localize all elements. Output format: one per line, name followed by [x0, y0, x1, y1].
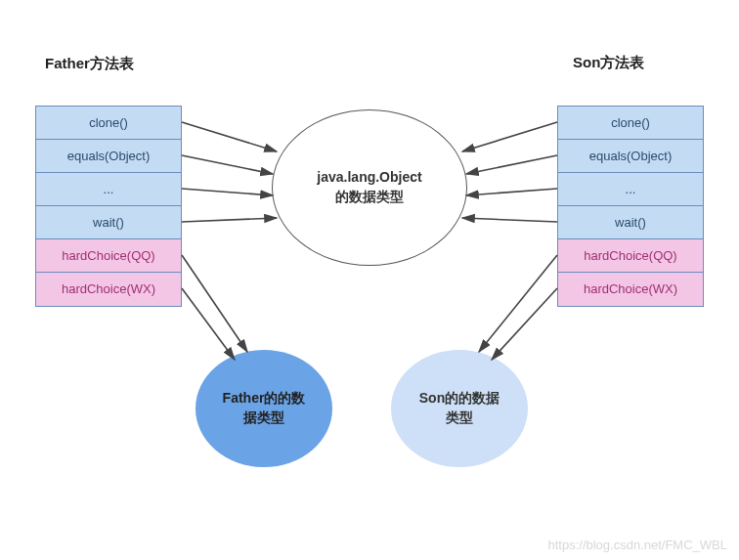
- son-type-ellipse: Son的的数据类型: [391, 350, 528, 467]
- watermark: https://blog.csdn.net/FMC_WBL: [547, 538, 727, 552]
- svg-line-7: [462, 218, 557, 222]
- son-row-3: wait(): [558, 206, 703, 239]
- object-type-label: java.lang.Object的数据类型: [317, 168, 421, 206]
- svg-line-1: [182, 155, 273, 174]
- father-row-5: hardChoice(WX): [36, 273, 181, 306]
- father-row-3: wait(): [36, 206, 181, 239]
- svg-line-0: [182, 122, 277, 151]
- son-row-4: hardChoice(QQ): [558, 239, 703, 273]
- son-type-label: Son的的数据类型: [419, 389, 500, 427]
- left-table-title: Father方法表: [45, 55, 134, 73]
- father-type-label: Father的的数据类型: [223, 389, 306, 427]
- son-row-5: hardChoice(WX): [558, 273, 703, 306]
- object-type-ellipse: java.lang.Object的数据类型: [272, 109, 467, 266]
- son-row-1: equals(Object): [558, 140, 703, 173]
- svg-line-5: [466, 155, 557, 174]
- svg-line-2: [182, 189, 273, 195]
- svg-line-10: [479, 255, 557, 352]
- son-row-2: ...: [558, 173, 703, 206]
- father-method-table: clone()equals(Object)...wait()hardChoice…: [35, 106, 182, 307]
- son-method-table: clone()equals(Object)...wait()hardChoice…: [557, 106, 704, 307]
- father-row-0: clone(): [36, 107, 181, 140]
- right-table-title: Son方法表: [573, 54, 644, 72]
- father-row-2: ...: [36, 173, 181, 206]
- svg-line-11: [492, 288, 557, 360]
- svg-line-3: [182, 218, 277, 222]
- svg-line-8: [182, 255, 247, 352]
- svg-line-6: [466, 189, 557, 195]
- father-row-1: equals(Object): [36, 140, 181, 173]
- father-row-4: hardChoice(QQ): [36, 239, 181, 273]
- son-row-0: clone(): [558, 107, 703, 140]
- father-type-ellipse: Father的的数据类型: [196, 350, 332, 467]
- svg-line-9: [182, 288, 235, 360]
- svg-line-4: [462, 122, 557, 151]
